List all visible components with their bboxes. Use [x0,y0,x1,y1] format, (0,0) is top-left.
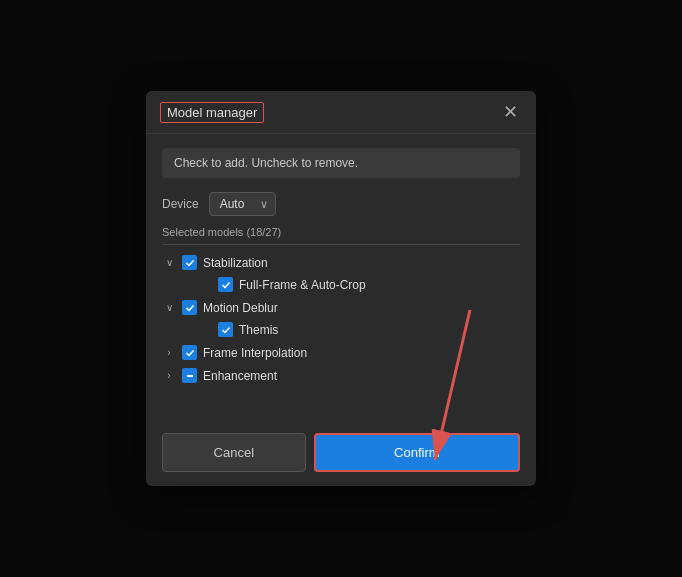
device-label: Device [162,197,199,211]
info-bar: Check to add. Uncheck to remove. [162,148,520,178]
model-list: ∨ Stabilization Full-Frame & Auto-Crop [162,253,520,413]
model-row-motion-deblur: ∨ Motion Deblur [162,298,520,317]
dialog: Model manager ✕ Check to add. Uncheck to… [146,91,536,486]
model-row-themis: Themis [162,320,520,339]
dialog-body: Check to add. Uncheck to remove. Device … [146,134,536,423]
chevron-stabilization[interactable]: ∨ [162,256,176,270]
svg-rect-0 [187,375,193,377]
dialog-footer: Cancel Confirm [146,423,536,486]
dialog-titlebar: Model manager ✕ [146,91,536,134]
model-name-full-frame: Full-Frame & Auto-Crop [239,278,366,292]
model-row-full-frame: Full-Frame & Auto-Crop [162,275,520,294]
dialog-title: Model manager [160,102,264,123]
model-name-stabilization: Stabilization [203,256,268,270]
device-select[interactable]: Auto CPU GPU [209,192,276,216]
chevron-frame-interpolation[interactable]: › [162,346,176,360]
model-name-themis: Themis [239,323,278,337]
checkbox-stabilization[interactable] [182,255,197,270]
checkbox-enhancement[interactable] [182,368,197,383]
chevron-motion-deblur[interactable]: ∨ [162,301,176,315]
device-select-wrapper[interactable]: Auto CPU GPU [209,192,276,216]
checkbox-full-frame[interactable] [218,277,233,292]
confirm-button[interactable]: Confirm [314,433,520,472]
overlay: Model manager ✕ Check to add. Uncheck to… [0,0,682,577]
model-name-frame-interpolation: Frame Interpolation [203,346,307,360]
info-text: Check to add. Uncheck to remove. [174,156,358,170]
model-name-enhancement: Enhancement [203,369,277,383]
model-group-stabilization: ∨ Stabilization Full-Frame & Auto-Crop [162,253,520,294]
chevron-enhancement[interactable]: › [162,369,176,383]
checkbox-motion-deblur[interactable] [182,300,197,315]
checkbox-themis[interactable] [218,322,233,337]
model-group-motion-deblur: ∨ Motion Deblur Themis [162,298,520,339]
model-row-enhancement: › Enhancement [162,366,520,385]
model-row-stabilization: ∨ Stabilization [162,253,520,272]
cancel-button[interactable]: Cancel [162,433,306,472]
model-row-frame-interpolation: › Frame Interpolation [162,343,520,362]
selected-models-label: Selected models (18/27) [162,226,520,245]
close-button[interactable]: ✕ [499,101,522,123]
checkbox-frame-interpolation[interactable] [182,345,197,360]
device-row: Device Auto CPU GPU [162,192,520,216]
model-name-motion-deblur: Motion Deblur [203,301,278,315]
